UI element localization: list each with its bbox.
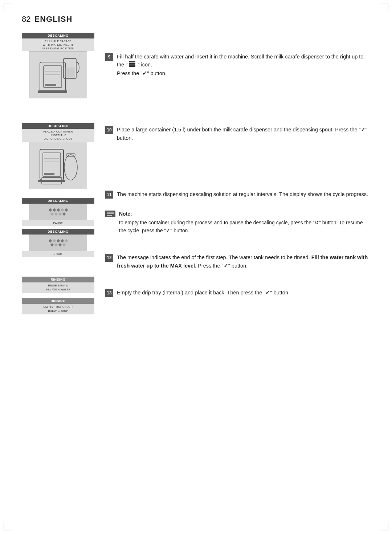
step9-badge: 9	[105, 53, 113, 61]
svg-rect-22	[107, 213, 114, 215]
stack-icon	[129, 61, 136, 69]
main-content: DESCALING FILL HALF CARAFEWITH WATER. IN…	[22, 33, 370, 317]
rinsing-card-2: RINSING EMPTY TRAY UNDERBREW GROUP	[22, 298, 94, 314]
left-column: DESCALING FILL HALF CARAFEWITH WATER. IN…	[22, 33, 94, 317]
note-content: Note: to empty the container during the …	[119, 210, 370, 235]
step11-pause-label: DESCALING	[22, 198, 94, 204]
note-svg-icon	[105, 211, 115, 217]
spacer-5	[22, 295, 94, 298]
spacer-12-13	[105, 280, 370, 289]
page-number: 82	[22, 15, 30, 24]
step12-badge: 12	[105, 254, 113, 262]
step-card-11-pause: DESCALING PAUSE	[22, 198, 94, 226]
step11-start-screen	[29, 235, 87, 251]
right-column: 9 Fill half the carafe with water and in…	[105, 33, 370, 317]
svg-rect-8	[40, 149, 64, 180]
rinsing1-sublabel: RINSE TANK &FILL WITH WATER	[22, 282, 94, 293]
step9-text: Fill half the carafe with water and inse…	[117, 53, 370, 77]
dot	[64, 208, 68, 212]
page-title: ENGLISH	[34, 15, 72, 24]
instruction-step-11: 11 The machine starts dispensing descali…	[105, 190, 370, 199]
step9-sublabel: FILL HALF CARAFEWITH WATER. INSERTIN BRE…	[22, 38, 94, 51]
pause-symbol: ↺	[315, 220, 319, 225]
instruction-step-9: 9 Fill half the carafe with water and in…	[105, 53, 370, 77]
stack-svg	[129, 61, 136, 67]
step11-start-sublabel: START	[22, 251, 94, 257]
svg-rect-14	[38, 180, 65, 182]
dot	[54, 212, 58, 216]
instruction-step-13: 13 Empty the drip tray (internal) and pl…	[105, 289, 370, 297]
svg-rect-10	[44, 173, 54, 175]
machine-container-svg	[36, 146, 80, 186]
dot	[50, 243, 54, 247]
step9-label: DESCALING	[22, 33, 94, 38]
dot	[64, 239, 68, 243]
page-header: 82 ENGLISH	[22, 15, 370, 24]
step10-label: DESCALING	[22, 123, 94, 129]
step-card-11-start: DESCALING START	[22, 229, 94, 257]
svg-rect-4	[38, 90, 67, 93]
svg-rect-3	[65, 68, 75, 77]
svg-point-12	[64, 155, 77, 180]
spacer-1	[22, 100, 94, 111]
svg-rect-17	[129, 61, 135, 62]
dot	[52, 208, 56, 212]
step12-text: The message indicates the end of the fir…	[117, 253, 370, 270]
note-icon	[105, 211, 115, 219]
spacer-step9-10	[105, 87, 370, 126]
page: 82 ENGLISH DESCALING FILL HALF CARAFEWIT…	[0, 0, 392, 534]
dot	[50, 212, 54, 216]
spacer-note-12	[105, 245, 370, 253]
dot	[56, 239, 60, 243]
step13-badge: 13	[105, 289, 113, 297]
step9-image	[29, 51, 87, 98]
svg-rect-7	[45, 84, 56, 86]
corner-mark-br	[381, 523, 388, 530]
step11-text: The machine starts dispensing descaling …	[117, 190, 368, 198]
dot	[60, 208, 64, 212]
checkmark-label-note: ✓	[166, 228, 170, 233]
instruction-step-10: 10 Place a large container (1.5 l) under…	[105, 126, 370, 142]
step-card-9: DESCALING FILL HALF CARAFEWITH WATER. IN…	[22, 33, 94, 98]
note-box: Note: to empty the container during the …	[105, 210, 370, 235]
dot	[62, 212, 66, 216]
checkmark-label: ✓	[142, 70, 147, 76]
step10-text: Place a large container (1.5 l) under bo…	[117, 126, 370, 142]
step10-sublabel: PLACE A CONTAINERUNDER THEDISPENSING SPO…	[22, 129, 94, 142]
step10-badge: 10	[105, 126, 113, 134]
step13-text: Empty the drip tray (internal) and place…	[117, 289, 290, 297]
dot	[60, 239, 64, 243]
step11-start-label: DESCALING	[22, 229, 94, 235]
dot	[48, 208, 52, 212]
rinsing2-sublabel: EMPTY TRAY UNDERBREW GROUP	[22, 304, 94, 314]
dots-group-start	[47, 240, 69, 246]
step11-badge: 11	[105, 191, 113, 199]
instruction-step-12: 12 The message indicates the end of the …	[105, 253, 370, 270]
rinsing1-label: RINSING	[22, 277, 94, 282]
spacer-4	[22, 258, 94, 277]
dot	[56, 208, 60, 212]
dots-group-pause	[47, 209, 69, 215]
dot	[62, 243, 66, 247]
svg-rect-21	[107, 212, 114, 213]
spacer-2	[22, 191, 94, 198]
step11-pause-sublabel: PAUSE	[22, 220, 94, 226]
dot	[48, 239, 52, 243]
checkmark-label-13: ✓	[265, 290, 270, 295]
step11-pause-screen	[29, 204, 87, 220]
corner-mark-tr	[381, 4, 388, 11]
corner-mark-bl	[4, 523, 11, 530]
spacer-step10-11	[105, 152, 370, 190]
dot	[58, 243, 62, 247]
corner-mark-tl	[4, 4, 11, 11]
checkmark-label-10: ✓	[361, 127, 366, 133]
rinsing-card-1: RINSING RINSE TANK &FILL WITH WATER	[22, 277, 94, 293]
step-card-10: DESCALING PLACE A CONTAINERUNDER THEDISP…	[22, 123, 94, 189]
dot	[58, 212, 62, 216]
svg-rect-19	[129, 65, 135, 67]
rinsing2-label: RINSING	[22, 298, 94, 304]
machine-carafe-svg	[36, 55, 80, 95]
dot	[52, 239, 56, 243]
svg-rect-23	[107, 215, 112, 216]
step10-image	[29, 142, 87, 189]
